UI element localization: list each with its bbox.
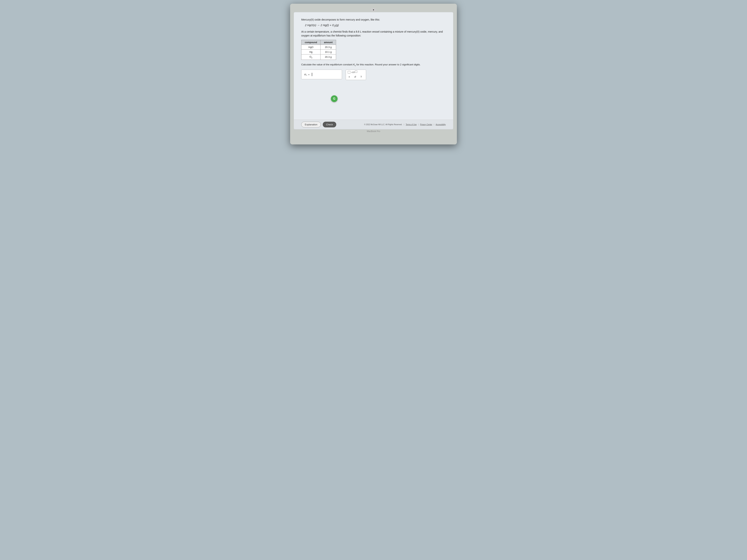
table-cell-amount: 20.3 g [320, 45, 336, 50]
math-toolbar: x10 × ↺ ? [346, 70, 366, 80]
table-header-amount: amount [320, 40, 336, 45]
kc-label: Kc [304, 73, 307, 76]
privacy-link[interactable]: Privacy Center [420, 124, 432, 126]
g-avatar-button[interactable]: G [331, 96, 338, 102]
table-row: HgO 20.3 g [302, 45, 336, 50]
toolbar-row-2: × ↺ ? [348, 75, 364, 79]
separator-3: | [434, 124, 434, 126]
table-cell-compound: HgO [302, 45, 320, 50]
bottom-bar: Explanation Check © 2022 McGraw Hill LLC… [294, 119, 453, 129]
chevron-down-button[interactable]: ▼ [371, 8, 376, 11]
toolbar-row-1: x10 [348, 71, 364, 74]
accessibility-link[interactable]: Accessibility [436, 124, 446, 126]
x10-label: x10 [352, 71, 357, 73]
table-cell-amount: 10.1 g [320, 50, 336, 54]
table-cell-amount: 20.3 g [320, 54, 336, 60]
kc-input-container[interactable]: Kc = [301, 70, 342, 79]
browser-content: Mercury(II) oxide decomposes to form mer… [294, 12, 453, 119]
g-avatar-label: G [333, 97, 335, 100]
kc-equals: = [308, 73, 310, 76]
table-row: O2 20.3 g [302, 54, 336, 60]
screen: Mercury(II) oxide decomposes to form mer… [294, 12, 453, 129]
explanation-button[interactable]: Explanation [301, 122, 321, 127]
kc-cursor [312, 73, 312, 76]
separator-1: | [404, 124, 404, 126]
question-text: Calculate the value of the equilibrium c… [301, 63, 446, 67]
terms-link[interactable]: Terms of Use [406, 124, 417, 126]
macbook-label: MacBook Pro [294, 129, 453, 133]
context-text: At a certain temperature, a chemist find… [301, 30, 446, 37]
check-button[interactable]: Check [323, 122, 336, 127]
equation-display: 2 HgO(s) → 2 Hg(l) + O2(g) [305, 24, 446, 27]
answer-area: Kc = x10 × ↺ ? [301, 70, 446, 80]
help-button[interactable]: ? [360, 75, 363, 79]
separator-2: | [418, 124, 419, 126]
footer-copyright: © 2022 McGraw Hill LLC. All Rights Reser… [364, 124, 446, 126]
intro-text: Mercury(II) oxide decomposes to form mer… [301, 18, 446, 22]
table-header-compound: compound [302, 40, 320, 45]
table-cell-compound: O2 [302, 54, 320, 60]
toolbar-checkbox[interactable] [348, 71, 350, 74]
copyright-text: © 2022 McGraw Hill LLC. All Rights Reser… [364, 124, 402, 126]
superscript-box [355, 71, 357, 73]
undo-button[interactable]: ↺ [353, 75, 357, 79]
bottom-left-buttons: Explanation Check [301, 122, 336, 127]
laptop-frame: ▼ Mercury(II) oxide decomposes to form m… [290, 4, 457, 144]
compound-table: compound amount HgO 20.3 g Hg 10.1 g O2 [301, 40, 336, 60]
cross-button[interactable]: × [348, 75, 351, 79]
table-row: Hg 10.1 g [302, 50, 336, 54]
table-cell-compound: Hg [302, 50, 320, 54]
